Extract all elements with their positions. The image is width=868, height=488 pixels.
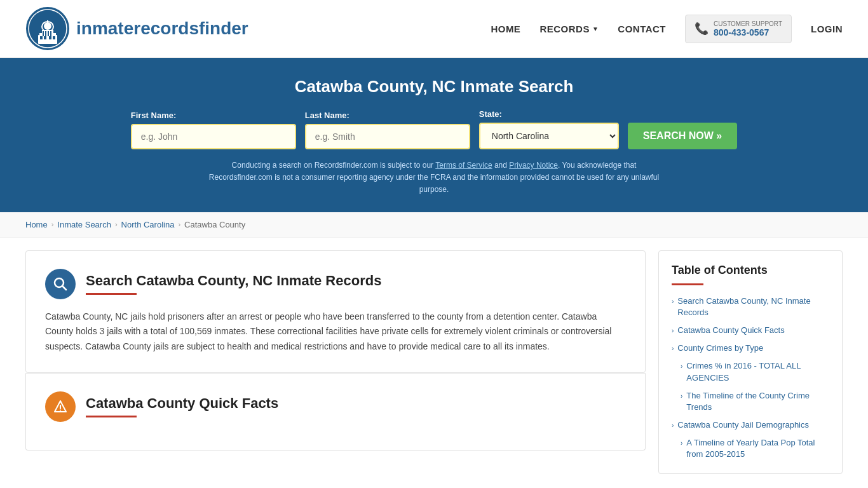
disclaimer-text: Conducting a search on Recordsfinder.com… [205, 159, 663, 196]
search-icon [53, 276, 68, 292]
search-form: First Name: Last Name: State: North Caro… [25, 109, 843, 149]
warning-icon-circle [45, 391, 76, 422]
breadcrumb-sep-1: › [51, 220, 54, 228]
breadcrumb-current: Catawba County [184, 220, 245, 229]
section1-title: Search Catawba County, NC Inmate Records [86, 273, 381, 289]
last-name-label: Last Name: [305, 111, 349, 120]
chevron-right-icon: › [681, 362, 682, 371]
right-column: Table of Contents › Search Catawba Count… [658, 250, 843, 474]
chevron-right-icon: › [672, 344, 674, 353]
breadcrumb-home[interactable]: Home [25, 220, 48, 229]
toc-list: › Search Catawba County, NC Inmate Recor… [672, 295, 829, 461]
logo-icon [25, 6, 70, 51]
card-header-2: Catawba County Quick Facts [45, 391, 626, 422]
chevron-down-icon: ▼ [592, 25, 599, 32]
customer-support-button[interactable]: 📞 CUSTOMER SUPPORT 800-433-0567 [685, 15, 792, 43]
login-button[interactable]: LOGIN [811, 24, 843, 34]
breadcrumb-sep-3: › [178, 220, 180, 228]
left-column: Search Catawba County, NC Inmate Records… [25, 250, 646, 474]
hero-section: Catawba County, NC Inmate Search First N… [0, 58, 868, 212]
breadcrumb: Home › Inmate Search › North Carolina › … [0, 212, 868, 238]
logo-text: inmaterecordsfinder [76, 18, 248, 39]
svg-rect-15 [50, 31, 51, 36]
nav-contact[interactable]: CONTACT [618, 24, 666, 34]
toc-item-5[interactable]: › The Timeline of the County Crime Trend… [672, 390, 829, 413]
nav-home[interactable]: HOME [491, 24, 520, 34]
privacy-link[interactable]: Privacy Notice [509, 161, 558, 170]
quick-facts-card: Catawba County Quick Facts [25, 374, 646, 451]
breadcrumb-north-carolina[interactable]: North Carolina [121, 220, 175, 229]
toc-item-4[interactable]: › Crimes % in 2016 - TOTAL ALL AGENCIES [672, 360, 829, 383]
svg-rect-13 [45, 31, 46, 36]
chevron-right-icon: › [681, 392, 682, 401]
svg-rect-11 [53, 36, 55, 39]
site-header: inmaterecordsfinder HOME RECORDS ▼ CONTA… [0, 0, 868, 58]
toc-item-7[interactable]: › A Timeline of Yearly Data Pop Total fr… [672, 437, 829, 460]
toc-card: Table of Contents › Search Catawba Count… [658, 250, 843, 474]
toc-divider [672, 283, 703, 285]
chevron-right-icon: › [672, 327, 674, 336]
first-name-label: First Name: [131, 111, 177, 120]
last-name-input[interactable] [305, 124, 470, 149]
last-name-group: Last Name: [305, 111, 470, 149]
breadcrumb-inmate-search[interactable]: Inmate Search [57, 220, 111, 229]
first-name-input[interactable] [131, 124, 296, 149]
search-records-card: Search Catawba County, NC Inmate Records… [25, 250, 646, 373]
svg-rect-7 [47, 20, 48, 24]
page-title: Catawba County, NC Inmate Search [25, 77, 843, 97]
toc-item-6[interactable]: › Catawba County Jail Demographics [672, 419, 829, 431]
chevron-right-icon: › [672, 297, 674, 306]
toc-title: Table of Contents [672, 264, 829, 277]
state-label: State: [479, 109, 502, 119]
svg-rect-12 [43, 31, 44, 36]
chevron-right-icon: › [681, 439, 682, 448]
toc-item-3[interactable]: › County Crimes by Type [672, 342, 829, 354]
svg-rect-10 [49, 36, 51, 39]
chevron-right-icon: › [672, 421, 674, 430]
svg-line-17 [63, 286, 67, 290]
breadcrumb-sep-2: › [115, 220, 118, 228]
search-button[interactable]: SEARCH NOW » [628, 123, 737, 149]
main-content: Search Catawba County, NC Inmate Records… [0, 238, 868, 487]
section1-body: Catawba County, NC jails hold prisoners … [45, 309, 626, 355]
main-nav: HOME RECORDS ▼ CONTACT 📞 CUSTOMER SUPPOR… [491, 15, 843, 43]
state-select[interactable]: North Carolina [479, 123, 619, 149]
nav-records[interactable]: RECORDS ▼ [539, 24, 599, 34]
section2-title: Catawba County Quick Facts [86, 395, 278, 412]
svg-rect-9 [44, 36, 46, 39]
section2-underline [86, 416, 137, 417]
card-header-1: Search Catawba County, NC Inmate Records [45, 269, 626, 299]
logo-area[interactable]: inmaterecordsfinder [25, 6, 248, 51]
search-icon-circle [45, 269, 76, 299]
toc-item-2[interactable]: › Catawba County Quick Facts [672, 325, 829, 336]
toc-item-1[interactable]: › Search Catawba County, NC Inmate Recor… [672, 295, 829, 318]
state-group: State: North Carolina [479, 109, 619, 149]
tos-link[interactable]: Terms of Service [435, 161, 492, 170]
section1-underline [86, 293, 137, 295]
first-name-group: First Name: [131, 111, 296, 149]
phone-icon: 📞 [695, 22, 709, 36]
warning-icon [53, 399, 68, 414]
svg-rect-14 [48, 31, 49, 36]
svg-rect-8 [40, 36, 43, 39]
svg-point-19 [60, 409, 61, 410]
